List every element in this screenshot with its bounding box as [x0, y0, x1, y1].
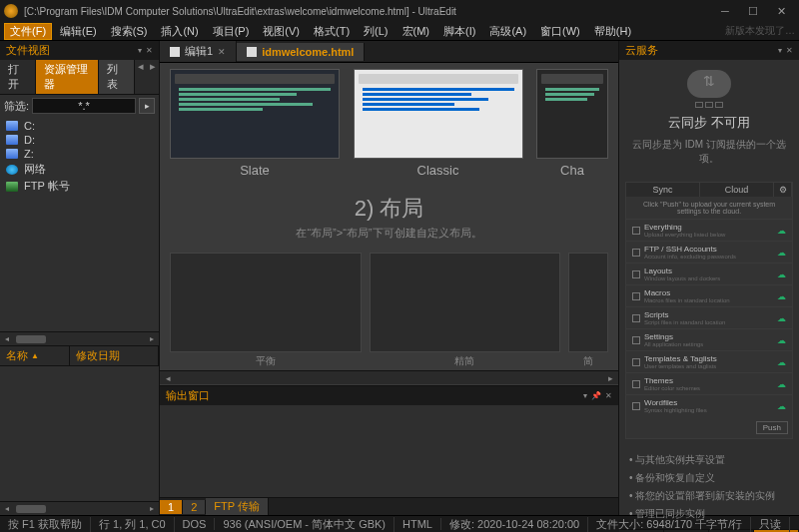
welcome-hscroll[interactable]: ◂▸: [160, 370, 618, 384]
menu-宏(M)[interactable]: 宏(M): [397, 23, 436, 40]
maximize-button[interactable]: ☐: [739, 5, 767, 18]
panel-menu-icon[interactable]: ▾: [778, 46, 782, 55]
tab-edit1[interactable]: 编辑1✕: [160, 41, 237, 62]
status-mode[interactable]: DOS: [175, 518, 216, 530]
layout-simple[interactable]: [568, 253, 608, 352]
tab-scroll-right[interactable]: ▸: [147, 60, 159, 94]
checkbox-icon[interactable]: [632, 336, 640, 344]
cloud-header: 云服务 ▾✕: [619, 41, 799, 60]
sync-item[interactable]: LayoutsWindow layouts and dockers☁: [626, 263, 792, 284]
menu-项目(P)[interactable]: 项目(P): [207, 23, 256, 40]
output-tabs: 1 2 FTP 传输: [160, 497, 618, 515]
checkbox-icon[interactable]: [632, 227, 640, 235]
sync-item[interactable]: WordfilesSyntax highlighting files☁: [626, 394, 792, 416]
output-panel: 输出窗口 ▾📌✕ 1 2 FTP 传输: [160, 385, 618, 515]
cloud-desc: 云同步是为 IDM 订阅提供的一个选项。: [625, 138, 793, 166]
update-notice[interactable]: 新版本发现了…: [725, 24, 795, 38]
layout-balanced[interactable]: [170, 253, 362, 352]
theme-thumbnail: [354, 69, 523, 159]
checkbox-icon[interactable]: [632, 380, 640, 388]
menu-插入(N)[interactable]: 插入(N): [155, 23, 204, 40]
ftp-icon: [6, 182, 18, 192]
menu-视图(V)[interactable]: 视图(V): [257, 23, 306, 40]
checkbox-icon[interactable]: [632, 292, 640, 300]
drive-icon: [6, 135, 18, 145]
panel-menu-icon[interactable]: ▾: [138, 46, 142, 55]
network-node[interactable]: 网络: [0, 161, 159, 178]
close-button[interactable]: ✕: [767, 5, 795, 18]
menu-bar: 文件(F)编辑(E)搜索(S)插入(N)项目(P)视图(V)格式(T)列(L)宏…: [0, 22, 799, 41]
cloud-block: 云同步 不可用 云同步是为 IDM 订阅提供的一个选项。: [619, 60, 799, 176]
sync-item[interactable]: MacrosMacros files in standard location☁: [626, 284, 792, 306]
sync-item[interactable]: FTP / SSH AccountsAccount info, excludin…: [626, 241, 792, 263]
devices-icon: [625, 102, 793, 108]
filter-input[interactable]: *.*: [32, 98, 136, 114]
output-body[interactable]: [160, 405, 618, 497]
panel-menu-icon[interactable]: ▾: [583, 391, 587, 400]
push-button[interactable]: Push: [756, 421, 788, 434]
checkbox-icon[interactable]: [632, 358, 640, 366]
gear-icon[interactable]: ⚙: [774, 183, 792, 197]
cloud-up-icon: ☁: [777, 379, 786, 389]
menu-窗口(W)[interactable]: 窗口(W): [534, 23, 586, 40]
col-name[interactable]: 名称▲: [0, 346, 70, 365]
drive-c[interactable]: C:: [0, 119, 159, 133]
menu-编辑(E)[interactable]: 编辑(E): [54, 23, 103, 40]
document-icon: [247, 47, 257, 57]
theme-classic[interactable]: Classic: [354, 69, 523, 182]
theme-caption: Slate: [170, 159, 340, 182]
workspace: 文件视图 ▾✕ 打开 资源管理器 列表 ◂ ▸ 筛选: *.* ▸ C: D: …: [0, 41, 799, 515]
menu-文件(F)[interactable]: 文件(F): [4, 23, 52, 40]
output-tab-ftp[interactable]: FTP 传输: [206, 498, 269, 515]
theme-cha[interactable]: Cha: [536, 69, 608, 182]
output-tab-2[interactable]: 2: [183, 500, 206, 514]
menu-高级(A)[interactable]: 高级(A): [483, 23, 532, 40]
status-lang[interactable]: HTML: [395, 518, 441, 530]
sync-item[interactable]: ThemesEditor color schemes☁: [626, 372, 792, 394]
drive-d[interactable]: D:: [0, 133, 159, 147]
checkbox-icon[interactable]: [632, 402, 640, 410]
layout-captions: 平衡 精简 简: [160, 352, 618, 370]
sync-item[interactable]: ScriptsScript files in standard location…: [626, 306, 792, 328]
file-view-header: 文件视图 ▾✕: [0, 41, 159, 60]
panel-close-icon[interactable]: ✕: [605, 391, 612, 400]
checkbox-icon[interactable]: [632, 270, 640, 278]
tab-list[interactable]: 列表: [99, 60, 135, 94]
close-tab-icon[interactable]: ✕: [218, 47, 226, 57]
minimize-button[interactable]: ─: [711, 5, 739, 17]
layout-section-title: 2) 布局: [160, 194, 618, 224]
drive-z[interactable]: Z:: [0, 147, 159, 161]
tab-scroll-left[interactable]: ◂: [135, 60, 147, 94]
filter-go-button[interactable]: ▸: [139, 98, 155, 114]
tree-hscroll[interactable]: ◂▸: [0, 331, 159, 345]
editor-tabs: 编辑1✕ idmwelcome.html: [160, 41, 618, 63]
col-date[interactable]: 修改日期: [70, 346, 159, 365]
sync-box: Sync Cloud ⚙ Click "Push" to upload your…: [625, 182, 793, 439]
pin-icon[interactable]: 📌: [591, 391, 601, 400]
menu-搜索(S)[interactable]: 搜索(S): [105, 23, 154, 40]
menu-格式(T)[interactable]: 格式(T): [308, 23, 356, 40]
sync-item[interactable]: EverythingUpload everything listed below…: [626, 219, 792, 241]
sync-tab-sync[interactable]: Sync: [626, 183, 700, 197]
ftp-node[interactable]: FTP 帐号: [0, 178, 159, 195]
tab-explorer[interactable]: 资源管理器: [36, 60, 100, 94]
list-hscroll[interactable]: ◂▸: [0, 501, 159, 515]
theme-slate[interactable]: Slate: [170, 69, 340, 182]
checkbox-icon[interactable]: [632, 314, 640, 322]
menu-脚本(I)[interactable]: 脚本(I): [437, 23, 481, 40]
panel-close-icon[interactable]: ✕: [146, 46, 153, 55]
sync-item[interactable]: Templates & TaglistsUser templates and t…: [626, 350, 792, 372]
menu-列(L)[interactable]: 列(L): [358, 23, 394, 40]
tab-idmwelcome[interactable]: idmwelcome.html: [237, 43, 365, 61]
menu-帮助(H)[interactable]: 帮助(H): [588, 23, 637, 40]
sync-tab-cloud[interactable]: Cloud: [700, 183, 774, 197]
panel-close-icon[interactable]: ✕: [786, 46, 793, 55]
checkbox-icon[interactable]: [632, 249, 640, 257]
status-codepage[interactable]: 936 (ANSI/OEM - 简体中文 GBK): [215, 517, 395, 532]
layout-lean[interactable]: [370, 253, 561, 352]
sync-footer: Push: [626, 416, 792, 438]
cloud-up-icon: ☁: [777, 313, 786, 323]
tab-open[interactable]: 打开: [0, 60, 36, 94]
output-tab-1[interactable]: 1: [160, 500, 183, 514]
sync-item[interactable]: SettingsAll application settings☁: [626, 328, 792, 350]
